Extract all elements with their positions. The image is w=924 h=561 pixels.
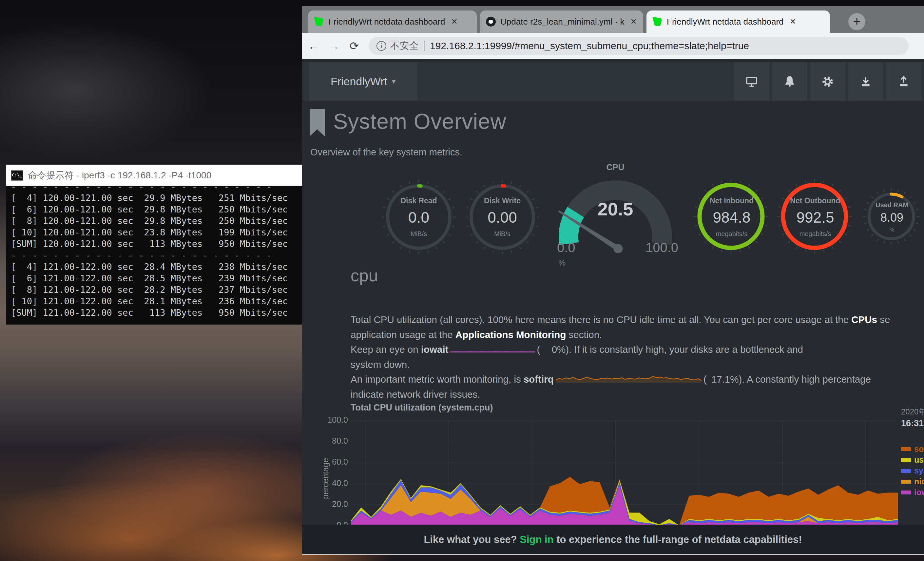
legend-item[interactable]: user [901, 454, 924, 465]
gauge-disk-write[interactable]: Disk Write 0.00 MiB/s [464, 179, 541, 256]
legend-swatch [901, 447, 911, 451]
terminal-line: [ 8] 121.00-122.00 sec 28.2 MBytes 237 M… [11, 284, 297, 295]
upload-icon [897, 75, 910, 88]
import-button[interactable] [886, 62, 921, 101]
terminal-title: 命令提示符 - iperf3 -c 192.168.1.2 -P4 -t1000 [28, 169, 212, 182]
host-dropdown[interactable]: FriendlyWrt ▾ [309, 62, 417, 101]
bell-icon [783, 75, 796, 88]
terminal-line: [ 8] 120.00-121.00 sec 29.8 MBytes 250 M… [11, 215, 297, 227]
terminal-line: [ 4] 121.00-122.00 sec 28.4 MBytes 238 M… [11, 261, 297, 272]
gauge-value: 0.0 [408, 209, 429, 226]
gauge-value: 0.00 [488, 209, 517, 226]
softirq-value: 17.1%). [707, 372, 745, 387]
terminal-line: - - - - - - - - - - - - - - - - - - - - … [11, 250, 297, 261]
host-name: FriendlyWrt [331, 75, 387, 88]
url-text[interactable]: 192.168.2.1:19999/#menu_system_submenu_c… [430, 40, 749, 51]
omnibox-divider [424, 41, 424, 51]
iowait-sparkline [450, 344, 535, 353]
legend-swatch [901, 490, 911, 495]
gauge-unit: megabits/s [716, 230, 748, 238]
browser-tab[interactable]: Update r2s_lean_minimal.yml · k ✕ [480, 11, 643, 33]
cpu-chart-canvas[interactable] [351, 420, 898, 525]
terminal-line: [SUM] 120.00-121.00 sec 113 MBytes 950 M… [11, 238, 297, 250]
legend-label: user [914, 455, 924, 465]
alarms-button[interactable] [772, 62, 807, 101]
applications-monitoring-link[interactable]: Applications Monitoring [456, 329, 566, 340]
legend-label: softirq [914, 444, 924, 454]
gauge-disk-read[interactable]: Disk Read 0.0 MiB/s [380, 179, 457, 256]
y-tick-label: 80.0 [325, 436, 348, 445]
new-tab-button[interactable]: + [848, 13, 866, 30]
gauge-title: Net Inbound [710, 196, 754, 205]
legend-item[interactable]: iowait [901, 487, 924, 498]
chevron-down-icon: ▾ [392, 77, 396, 86]
legend-item[interactable]: system [901, 465, 924, 476]
browser-tab[interactable]: FriendlyWrt netdata dashboard ✕ [646, 11, 830, 33]
tab-title: Update r2s_lean_minimal.yml · k [500, 17, 624, 27]
gauge-used-ram[interactable]: Used RAM 8.09 % [862, 187, 922, 247]
forward-button[interactable]: → [326, 38, 342, 54]
legend-swatch [901, 458, 911, 462]
cpus-link[interactable]: CPUs [851, 314, 877, 325]
gauge-value: 992.5 [796, 209, 834, 226]
gauge-unit: MiB/s [411, 230, 427, 238]
legend-swatch [901, 480, 911, 484]
desktop: C:\_ 命令提示符 - iperf3 -c 192.168.1.2 -P4 -… [0, 0, 924, 561]
back-button[interactable]: ← [305, 38, 322, 54]
softirq-sparkline [556, 373, 702, 383]
bookmark-icon [310, 109, 325, 136]
monitor-icon [745, 75, 758, 88]
page-info-icon[interactable]: i [376, 41, 386, 51]
y-tick-label: 20.0 [325, 499, 348, 509]
terminal-output: - - - - - - - - - - - - - - - - - - - - … [6, 186, 302, 325]
y-tick-label: 100.0 [325, 415, 348, 425]
netdata-header: FriendlyWrt ▾ [302, 62, 924, 101]
terminal-titlebar[interactable]: C:\_ 命令提示符 - iperf3 -c 192.168.1.2 -P4 -… [6, 165, 302, 186]
legend-item[interactable]: softirq [901, 444, 924, 454]
signin-bar: Like what you see? Sign in to experience… [302, 525, 924, 554]
reload-button[interactable]: ⟳ [346, 38, 363, 54]
gauge-unit: megabits/s [800, 230, 831, 238]
address-bar[interactable]: i 不安全 192.168.2.1:19999/#menu_system_sub… [369, 37, 909, 55]
netdata-page: FriendlyWrt ▾ [302, 59, 924, 555]
browser-window: FriendlyWrt netdata dashboard ✕ Update r… [302, 6, 924, 555]
gauge-unit: % [558, 258, 566, 268]
close-icon[interactable]: ✕ [451, 17, 458, 26]
netdata-icon [314, 17, 324, 27]
settings-button[interactable] [810, 62, 845, 101]
gauge-title: Net Outbound [790, 196, 840, 205]
cmd-icon: C:\_ [11, 170, 23, 180]
browser-tab[interactable]: FriendlyWrt netdata dashboard ✕ [308, 11, 477, 33]
github-icon [486, 17, 496, 27]
terminal-line: [ 10] 120.00-121.00 sec 23.8 MBytes 199 … [11, 227, 297, 238]
netdata-icon [652, 17, 662, 27]
gauge-cpu[interactable]: CPU 20.5 0.0 100.0 % [550, 162, 681, 277]
monitor-button[interactable] [734, 62, 769, 101]
terminal-line: [ 10] 121.00-122.00 sec 28.1 MBytes 236 … [11, 295, 297, 307]
legend-swatch [901, 469, 911, 473]
chart-legend: 2020年3 16:31:2 softirq user system nice … [901, 406, 924, 498]
iowait-value: 0%). [540, 342, 572, 357]
terminal-line: [ 4] 120.00-121.00 sec 29.9 MBytes 251 M… [11, 192, 297, 204]
close-icon[interactable]: ✕ [790, 17, 796, 26]
y-tick-label: 40.0 [325, 478, 348, 488]
gauge-unit: % [889, 227, 894, 233]
chart-title: Total CPU utilization (system.cpu) [351, 403, 493, 413]
close-icon[interactable]: ✕ [630, 17, 637, 26]
legend-item[interactable]: nice [901, 476, 924, 487]
browser-toolbar: ← → ⟳ i 不安全 192.168.2.1:19999/#menu_syst… [302, 33, 924, 59]
gauge-value: 984.8 [712, 209, 750, 226]
tab-strip: FriendlyWrt netdata dashboard ✕ Update r… [302, 6, 924, 33]
gauge-net-inbound[interactable]: Net Inbound 984.8 megabits/s [692, 178, 771, 256]
gauge-title: Used RAM [876, 201, 908, 209]
terminal-line: [SUM] 121.00-122.00 sec 113 MBytes 950 M… [11, 307, 297, 318]
legend-label: nice [914, 477, 924, 486]
security-status[interactable]: 不安全 [390, 39, 419, 53]
y-tick-label: 60.0 [325, 457, 348, 466]
gauge-value: 20.5 [550, 199, 681, 220]
gauge-net-outbound[interactable]: Net Outbound 992.5 megabits/s [776, 178, 855, 256]
export-button[interactable] [848, 62, 883, 101]
gauge-title: Disk Write [484, 196, 520, 205]
terminal-line: [ 6] 121.00-122.00 sec 28.5 MBytes 239 M… [11, 272, 297, 284]
sign-in-link[interactable]: Sign in [520, 534, 554, 545]
